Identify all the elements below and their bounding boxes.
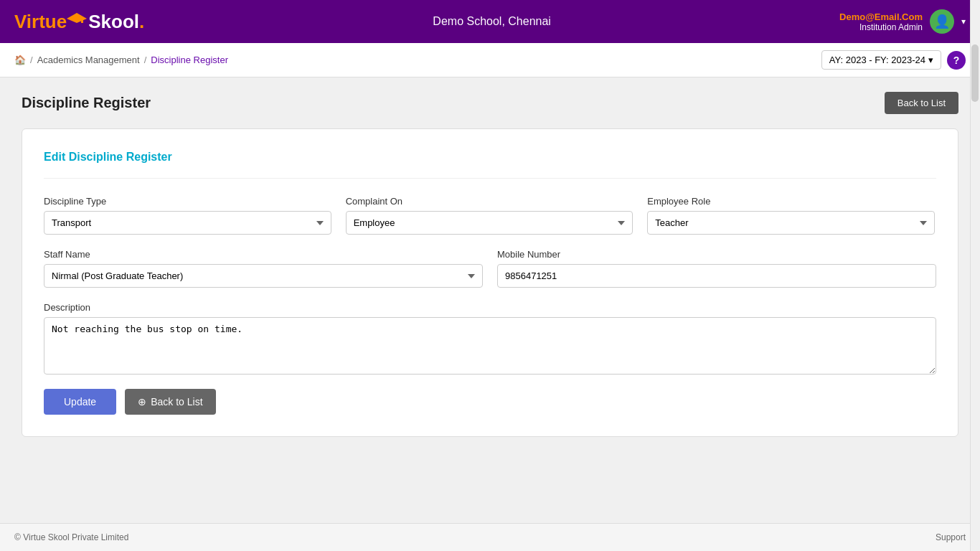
complaint-on-group: Complaint On Employee Student: [346, 196, 633, 235]
school-name: Demo School, Chennai: [433, 15, 551, 28]
staff-name-group: Staff Name Nirmal (Post Graduate Teacher…: [44, 249, 483, 288]
description-label: Description: [44, 302, 936, 313]
logo-hat-icon: [67, 11, 87, 27]
description-textarea[interactable]: Not reaching the bus stop on time.: [44, 317, 936, 375]
form-row-3: Description Not reaching the bus stop on…: [44, 302, 936, 375]
header-right: Demo@Email.Com Institution Admin 👤 ▾: [839, 9, 966, 34]
complaint-on-label: Complaint On: [346, 196, 633, 207]
logo-virtue: Virtue: [14, 11, 67, 33]
staff-name-label: Staff Name: [44, 249, 483, 260]
user-role: Institution Admin: [839, 22, 923, 32]
discipline-type-label: Discipline Type: [44, 196, 331, 207]
employee-role-group: Employee Role Teacher Staff Admin: [647, 196, 935, 235]
card-title: Edit Discipline Register: [44, 151, 936, 164]
edit-form-card: Edit Discipline Register Discipline Type…: [22, 128, 958, 437]
mobile-number-input[interactable]: [497, 264, 936, 288]
employee-role-label: Employee Role: [647, 196, 935, 207]
svg-rect-1: [81, 19, 83, 23]
update-button[interactable]: Update: [44, 389, 116, 415]
back-to-list-button[interactable]: ⊕ Back to List: [125, 389, 215, 415]
circle-icon: ⊕: [138, 396, 146, 408]
footer-copyright: © Virtue Skool Private Limited: [14, 532, 128, 542]
breadcrumb-sep-1: /: [30, 55, 33, 65]
svg-marker-0: [67, 13, 87, 23]
avatar[interactable]: 👤: [930, 9, 954, 34]
logo-skool: Skool: [88, 11, 139, 33]
form-row-1: Discipline Type Transport Academic Behav…: [44, 196, 936, 235]
scrollbar-track[interactable]: [970, 0, 980, 551]
breadcrumb-bar: 🏠 / Academics Management / Discipline Re…: [0, 43, 980, 77]
app-header: Virtue Skool . Demo School, Chennai Demo…: [0, 0, 980, 43]
breadcrumb-academics[interactable]: Academics Management: [37, 55, 140, 65]
mobile-number-group: Mobile Number: [497, 249, 936, 288]
mobile-number-label: Mobile Number: [497, 249, 936, 260]
breadcrumb-right: AY: 2023 - FY: 2023-24 ▾ ?: [821, 50, 966, 70]
home-icon[interactable]: 🏠: [14, 55, 26, 65]
logo-dot: .: [139, 11, 144, 33]
ay-selector[interactable]: AY: 2023 - FY: 2023-24 ▾: [821, 50, 941, 70]
discipline-type-group: Discipline Type Transport Academic Behav…: [44, 196, 331, 235]
discipline-type-select[interactable]: Transport Academic Behavioral: [44, 211, 331, 235]
breadcrumb-current: Discipline Register: [151, 55, 228, 65]
employee-role-select[interactable]: Teacher Staff Admin: [647, 211, 935, 235]
help-button[interactable]: ?: [947, 51, 966, 70]
staff-name-select[interactable]: Nirmal (Post Graduate Teacher): [44, 264, 483, 288]
description-group: Description Not reaching the bus stop on…: [44, 302, 936, 375]
breadcrumb-sep-2: /: [144, 55, 147, 65]
complaint-on-select[interactable]: Employee Student: [346, 211, 633, 235]
chevron-down-icon[interactable]: ▾: [961, 17, 966, 27]
scrollbar-thumb[interactable]: [971, 44, 979, 102]
user-email: Demo@Email.Com: [839, 11, 923, 22]
avatar-icon: 👤: [934, 14, 950, 29]
ay-label: AY: 2023 - FY: 2023-24: [829, 55, 925, 65]
form-actions: Update ⊕ Back to List: [44, 389, 936, 415]
back-to-list-header-button[interactable]: Back to List: [885, 92, 958, 114]
form-row-2: Staff Name Nirmal (Post Graduate Teacher…: [44, 249, 936, 288]
breadcrumb: 🏠 / Academics Management / Discipline Re…: [14, 55, 228, 65]
page-header: Discipline Register Back to List: [22, 92, 958, 114]
logo: Virtue Skool .: [14, 11, 144, 33]
user-info: Demo@Email.Com Institution Admin: [839, 11, 923, 32]
footer: © Virtue Skool Private Limited Support: [0, 523, 980, 551]
card-divider: [44, 178, 936, 179]
footer-support[interactable]: Support: [936, 532, 966, 542]
ay-chevron-icon: ▾: [928, 55, 933, 65]
page-title: Discipline Register: [22, 95, 151, 111]
main-content: Discipline Register Back to List Edit Di…: [0, 77, 980, 451]
back-to-list-label: Back to List: [151, 396, 202, 408]
